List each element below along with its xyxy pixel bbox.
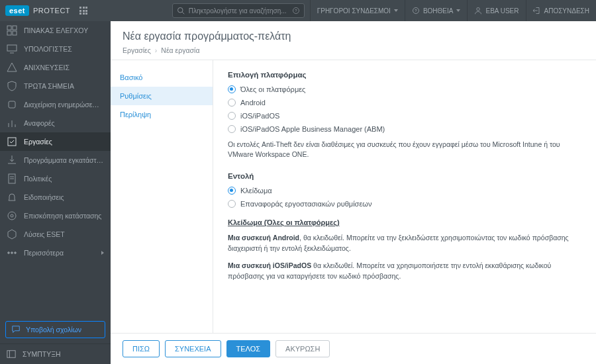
sidebar: ΠΙΝΑΚΑΣ ΕΛΕΓΧΟΥ ΥΠΟΛΟΓΙΣΤΕΣ ΑΝΙΧΝΕΥΣΕΙΣ … — [0, 21, 111, 364]
command-option-lock[interactable]: Κλείδωμα — [228, 187, 581, 195]
breadcrumb-root[interactable]: Εργασίες — [123, 46, 151, 54]
sidebar-item-solutions[interactable]: Λύσεις ESET — [0, 225, 111, 244]
hex-icon — [7, 229, 17, 240]
svg-point-22 — [11, 214, 13, 217]
sidebar-item-label: ΑΝΙΧΝΕΥΣΕΙΣ — [24, 64, 104, 71]
svg-point-6 — [477, 8, 480, 11]
back-button[interactable]: ΠΙΣΩ — [123, 340, 160, 357]
svg-rect-26 — [7, 351, 15, 358]
logo-eset: eset — [5, 5, 29, 16]
radio-icon — [228, 125, 236, 133]
user-label: EBA USER — [485, 7, 519, 15]
help-menu[interactable]: ? ΒΟΗΘΕΙΑ — [405, 0, 468, 21]
collapse-label: ΣΥΜΠΤΥΞΗ — [23, 350, 61, 358]
radio-icon — [228, 187, 236, 195]
sidebar-item-patch[interactable]: Διαχείριση ενημερώσεων κ... — [0, 95, 111, 114]
sidebar-item-policies[interactable]: Πολιτικές — [0, 169, 111, 188]
feedback-label: Υποβολή σχολίων — [26, 326, 81, 334]
quick-links-label: ΓΡΗΓΟΡΟΙ ΣΥΝΔΕΣΜΟΙ — [317, 7, 391, 15]
sidebar-item-tasks[interactable]: Εργασίες — [0, 132, 111, 151]
command-section-title: Εντολή — [228, 172, 581, 180]
wizard-step-basic[interactable]: Βασικό — [111, 68, 213, 87]
wizard-step-summary[interactable]: Περίληψη — [111, 105, 213, 124]
svg-point-23 — [8, 252, 10, 254]
tasks-icon — [7, 136, 17, 147]
apps-icon[interactable] — [79, 7, 87, 15]
detail-paragraph-ios: Μια συσκευή iOS/iPadOS θα κλειδωθεί. Μπο… — [228, 261, 581, 282]
radio-icon — [228, 200, 236, 208]
platform-option-ios-abm[interactable]: iOS/iPadOS Apple Business Manager (ABM) — [228, 125, 581, 133]
sidebar-item-reports[interactable]: Αναφορές — [0, 114, 111, 132]
patch-icon — [7, 99, 17, 110]
platform-option-label: iOS/iPadOS Apple Business Manager (ABM) — [240, 125, 385, 133]
platform-option-all[interactable]: Όλες οι πλατφόρμες — [228, 85, 581, 93]
status-icon — [7, 210, 17, 221]
search-input[interactable] — [189, 7, 288, 15]
sidebar-item-label: Διαχείριση ενημερώσεων κ... — [24, 101, 104, 109]
chevron-right-icon — [101, 251, 104, 255]
sidebar-item-computers[interactable]: ΥΠΟΛΟΓΙΣΤΕΣ — [0, 40, 111, 58]
sidebar-item-status[interactable]: Επισκόπηση κατάστασης — [0, 206, 111, 225]
svg-text:?: ? — [295, 9, 297, 13]
chevron-right-icon: › — [155, 46, 158, 54]
sidebar-item-notifications[interactable]: Ειδοποιήσεις — [0, 188, 111, 206]
installer-icon — [7, 155, 17, 165]
platform-note: Οι εντολές Anti-Theft δεν είναι διαθέσιμ… — [228, 140, 581, 159]
collapse-button[interactable]: ΣΥΜΠΤΥΞΗ — [0, 343, 111, 364]
sidebar-item-label: Περισσότερα — [24, 249, 95, 257]
breadcrumb: Εργασίες › Νέα εργασία — [123, 46, 584, 54]
platform-section-title: Επιλογή πλατφόρμας — [228, 71, 581, 79]
bell-icon — [7, 192, 17, 203]
sidebar-item-vulnerabilities[interactable]: ΤΡΩΤΑ ΣΗΜΕΙΑ — [0, 77, 111, 95]
platform-option-ios[interactable]: iOS/iPadOS — [228, 112, 581, 120]
radio-icon — [228, 112, 236, 120]
chart-icon — [7, 118, 17, 128]
cancel-button[interactable]: ΑΚΥΡΩΣΗ — [275, 340, 330, 357]
feedback-button[interactable]: Υποβολή σχολίων — [5, 321, 105, 338]
sidebar-item-label: Λύσεις ESET — [24, 230, 104, 238]
search-hint-icon: ? — [292, 7, 300, 15]
svg-point-0 — [177, 8, 183, 13]
sidebar-item-label: Πολιτικές — [24, 175, 104, 183]
sidebar-item-dashboard[interactable]: ΠΙΝΑΚΑΣ ΕΛΕΓΧΟΥ — [0, 21, 111, 40]
sidebar-item-more[interactable]: Περισσότερα — [0, 244, 111, 262]
svg-rect-17 — [8, 138, 16, 146]
logout-icon — [533, 7, 541, 15]
user-menu[interactable]: EBA USER — [467, 0, 525, 21]
radio-icon — [228, 85, 236, 93]
radio-icon — [228, 99, 236, 107]
continue-button[interactable]: ΣΥΝΕΧΕΙΑ — [165, 340, 221, 357]
brand-area: eset PROTECT — [0, 5, 93, 16]
svg-point-25 — [15, 252, 17, 254]
finish-button[interactable]: ΤΕΛΟΣ — [226, 340, 271, 357]
quick-links-menu[interactable]: ΓΡΗΓΟΡΟΙ ΣΥΝΔΕΣΜΟΙ — [310, 0, 405, 21]
command-option-label: Κλείδωμα — [240, 187, 272, 195]
command-option-label: Επαναφοράς εργοστασιακών ρυθμίσεων — [240, 200, 372, 208]
sidebar-item-label: Ειδοποιήσεις — [24, 193, 104, 201]
command-option-factory-reset[interactable]: Επαναφοράς εργοστασιακών ρυθμίσεων — [228, 200, 581, 208]
platform-option-label: iOS/iPadOS — [240, 112, 279, 120]
sidebar-item-label: ΠΙΝΑΚΑΣ ΕΛΕΓΧΟΥ — [24, 26, 104, 34]
chevron-down-icon — [394, 9, 398, 12]
dashboard-icon — [7, 25, 17, 36]
platform-option-android[interactable]: Android — [228, 99, 581, 107]
logout-button[interactable]: ΑΠΟΣΥΝΔΕΣΗ — [526, 0, 597, 21]
product-name: PROTECT — [33, 7, 70, 15]
svg-point-24 — [11, 252, 13, 254]
help-icon: ? — [412, 7, 420, 15]
search-box[interactable]: ? — [172, 3, 305, 18]
footer-bar: ΠΙΣΩ ΣΥΝΕΧΕΙΑ ΤΕΛΟΣ ΑΚΥΡΩΣΗ — [111, 333, 596, 364]
svg-rect-8 — [13, 26, 17, 30]
svg-rect-7 — [7, 26, 11, 30]
sidebar-item-detections[interactable]: ΑΝΙΧΝΕΥΣΕΙΣ — [0, 58, 111, 77]
sidebar-item-installers[interactable]: Προγράμματα εγκατάστασης — [0, 151, 111, 169]
wizard-step-settings[interactable]: Ρυθμίσεις — [111, 87, 213, 105]
platform-option-label: Android — [240, 99, 266, 107]
sidebar-item-label: Εργασίες — [24, 138, 104, 146]
page-title: Νέα εργασία προγράμματος-πελάτη — [123, 30, 584, 42]
svg-rect-9 — [7, 31, 11, 35]
sidebar-item-label: ΤΡΩΤΑ ΣΗΜΕΙΑ — [24, 82, 104, 90]
chevron-down-icon — [456, 9, 460, 12]
warning-icon — [7, 62, 17, 73]
platform-option-label: Όλες οι πλατφόρμες — [240, 85, 305, 93]
